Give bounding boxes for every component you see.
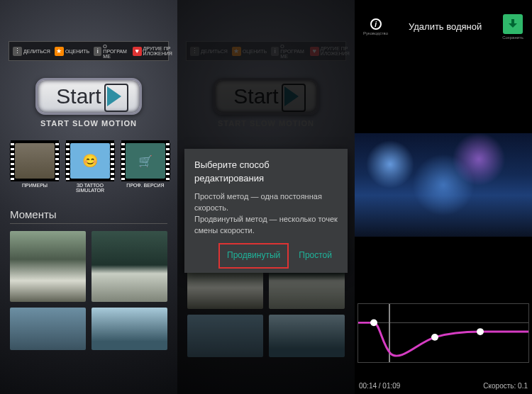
- home-screen-with-dialog: ⋮ ДЕЛИТЬСЯ ★ ОЦЕНИТЬ i О ПРОГРАМ МЕ ♥ ДР…: [177, 0, 355, 394]
- time-display: 00:14 / 01:09: [359, 382, 400, 390]
- share-label: ДЕЛИТЬСЯ: [23, 49, 50, 54]
- save-label: Сохранить: [502, 35, 523, 40]
- share-icon: ⋮: [13, 47, 22, 56]
- moment-item[interactable]: [92, 231, 167, 302]
- promo-thumbnails: ПРИМЕРЫ 3D TATTOO SIMULATOR ПРОФ. ВЕРСИЯ: [10, 140, 167, 193]
- advanced-button[interactable]: Продвинутый: [221, 246, 286, 265]
- svg-point-3: [431, 334, 438, 341]
- thumb-tattoo-label: 3D TATTOO SIMULATOR: [65, 183, 115, 193]
- editing-method-dialog: Выберите способ редактирования Простой м…: [184, 149, 348, 273]
- dialog-text-1: Простой метод — одна постоянная скорость…: [194, 191, 338, 214]
- other-apps-button[interactable]: ♥ ДРУГИЕ ПР ИЛОЖЕНИЯ: [131, 46, 174, 56]
- moment-item[interactable]: [92, 308, 167, 350]
- start-button-label: Start: [56, 84, 101, 108]
- info-icon[interactable]: i: [370, 18, 382, 30]
- about-button[interactable]: i О ПРОГРАМ МЕ: [92, 44, 130, 59]
- thumb-pro[interactable]: ПРОФ. ВЕРСИЯ: [121, 140, 170, 193]
- remove-watermark-button[interactable]: Удалить водяной: [409, 21, 482, 33]
- info-icon: i: [94, 47, 101, 56]
- rate-label: ОЦЕНИТЬ: [65, 49, 89, 54]
- other-apps-label: ДРУГИЕ ПР ИЛОЖЕНИЯ: [143, 46, 172, 56]
- start-area: Start START SLOW MOTION: [0, 78, 177, 128]
- svg-point-4: [477, 328, 484, 335]
- thumb-examples-label: ПРИМЕРЫ: [22, 183, 48, 188]
- thumb-pro-label: ПРОФ. ВЕРСИЯ: [126, 183, 164, 188]
- star-icon: ★: [55, 47, 64, 56]
- speed-curve-editor[interactable]: [358, 303, 529, 363]
- speed-display: Скорость: 0.1: [483, 382, 528, 390]
- film-frame-icon: [10, 140, 60, 181]
- share-button[interactable]: ⋮ ДЕЛИТЬСЯ: [11, 47, 52, 56]
- video-preview[interactable]: [355, 133, 532, 237]
- moments-grid: [10, 231, 167, 350]
- thumb-examples[interactable]: ПРИМЕРЫ: [10, 140, 60, 193]
- play-icon: [107, 86, 121, 106]
- save-button[interactable]: [503, 14, 523, 34]
- home-screen: ⋮ ДЕЛИТЬСЯ ★ ОЦЕНИТЬ i О ПРОГРАМ МЕ ♥ ДР…: [0, 0, 177, 394]
- thumb-tattoo[interactable]: 3D TATTOO SIMULATOR: [65, 140, 115, 193]
- rate-button[interactable]: ★ ОЦЕНИТЬ: [52, 47, 92, 56]
- start-button[interactable]: Start: [35, 78, 142, 115]
- about-label: О ПРОГРАМ МЕ: [103, 44, 128, 59]
- heart-icon: ♥: [133, 47, 142, 56]
- moment-item[interactable]: [10, 231, 86, 302]
- start-subtitle: START SLOW MOTION: [40, 119, 137, 128]
- top-toolbar: ⋮ ДЕЛИТЬСЯ ★ ОЦЕНИТЬ i О ПРОГРАМ МЕ ♥ ДР…: [9, 41, 169, 61]
- dialog-actions: Продвинутый Простой: [194, 246, 338, 265]
- editor-header: i Руководство Удалить водяной Сохранить: [355, 14, 532, 40]
- moments-heading: Моменты: [10, 208, 167, 224]
- editor-screen: i Руководство Удалить водяной Сохранить …: [355, 0, 532, 394]
- dialog-text-2: Продвинутый метод — несколько точек смен…: [194, 214, 338, 237]
- film-frame-icon: [121, 140, 170, 181]
- simple-button[interactable]: Простой: [293, 246, 338, 265]
- info-label: Руководство: [363, 31, 388, 35]
- download-icon: [508, 19, 518, 29]
- film-frame-icon: [65, 140, 115, 181]
- editor-footer: 00:14 / 01:09 Скорость: 0.1: [359, 382, 528, 390]
- moment-item[interactable]: [10, 308, 86, 350]
- dialog-title: Выберите способ редактирования: [194, 159, 338, 186]
- svg-point-2: [370, 319, 377, 326]
